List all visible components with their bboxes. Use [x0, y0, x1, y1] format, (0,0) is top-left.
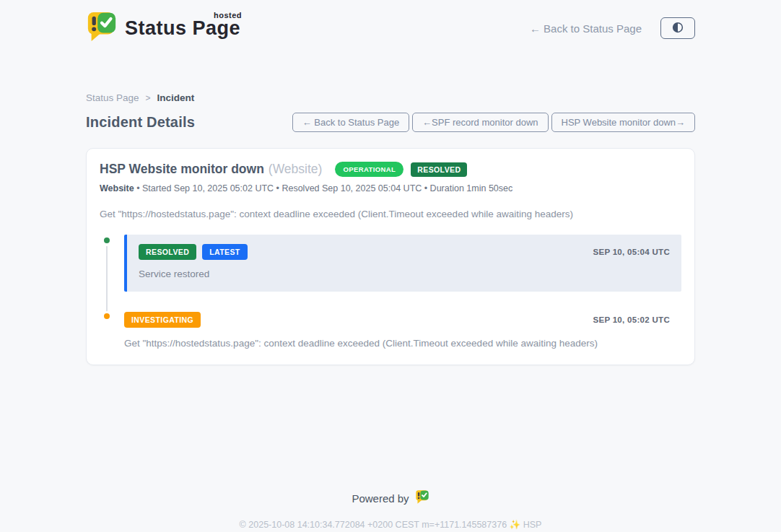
incident-card: HSP Website monitor down (Website) OPERA…: [86, 148, 695, 365]
incident-meta: Website • Started Sep 10, 2025 05:02 UTC…: [100, 183, 681, 193]
orange-status-dot-icon: [102, 311, 112, 321]
timeline-entry-investigating: INVESTIGATING SEP 10, 05:02 UTC Get "htt…: [100, 310, 681, 349]
incident-meta-details: • Started Sep 10, 2025 05:02 UTC • Resol…: [136, 183, 512, 193]
breadcrumb: Status Page > Incident: [66, 92, 715, 103]
prev-incident-button[interactable]: ←SPF record monitor down: [412, 113, 548, 132]
powered-by-label: Powered by: [352, 492, 409, 505]
header-back-to-status-page-link[interactable]: ← Back to Status Page: [530, 22, 642, 35]
incident-timeline: RESOLVED LATEST SEP 10, 05:04 UTC Servic…: [100, 235, 681, 349]
brand-name: Status Page hosted: [125, 17, 240, 40]
timeline-message: Service restored: [139, 269, 670, 279]
half-circle-contrast-icon: [671, 21, 684, 36]
timeline-entry-resolved-box: RESOLVED LATEST SEP 10, 05:04 UTC Servic…: [124, 235, 681, 292]
incident-meta-component: Website: [100, 183, 134, 193]
timeline-dot-column: [100, 235, 114, 292]
breadcrumb-incident: Incident: [157, 92, 195, 103]
page-footer: Powered by © 2025-10-08 14:10:34.772084 …: [0, 489, 781, 530]
page-title: Incident Details: [86, 114, 195, 131]
incident-nav-buttons: ← Back to Status Page ←SPF record monito…: [292, 113, 695, 132]
breadcrumb-separator: >: [146, 93, 151, 103]
timeline-message: Get "https://hostedstatus.page": context…: [124, 338, 670, 349]
top-bar-actions: ← Back to Status Page: [530, 17, 695, 39]
status-page-logo-small-icon: [415, 489, 429, 507]
copyright-text: © 2025-10-08 14:10:34.772084 +0200 CEST …: [0, 519, 781, 530]
brand-logo[interactable]: Status Page hosted: [86, 10, 240, 46]
incident-title: HSP Website monitor down: [100, 162, 264, 177]
next-incident-button[interactable]: HSP Website monitor down→: [551, 113, 695, 132]
timeline-entry-investigating-body: INVESTIGATING SEP 10, 05:02 UTC Get "htt…: [124, 310, 681, 349]
incident-description: Get "https://hostedstatus.page": context…: [100, 209, 681, 219]
resolved-status-badge: RESOLVED: [411, 162, 467, 177]
timeline-entry-resolved: RESOLVED LATEST SEP 10, 05:04 UTC Servic…: [100, 235, 681, 292]
resolved-badge: RESOLVED: [139, 244, 196, 260]
brand-superscript: hosted: [214, 11, 242, 19]
title-row: Incident Details ← Back to Status Page ←…: [66, 113, 715, 132]
incident-card-header: HSP Website monitor down (Website) OPERA…: [100, 162, 681, 177]
operational-status-badge: OPERATIONAL: [335, 162, 403, 177]
timeline-badges: RESOLVED LATEST: [139, 244, 248, 260]
top-bar: Status Page hosted ← Back to Status Page: [66, 0, 715, 46]
investigating-badge: INVESTIGATING: [124, 312, 201, 328]
timeline-badges: INVESTIGATING: [124, 312, 201, 328]
powered-by-link[interactable]: Powered by: [352, 489, 429, 507]
status-page-logo-icon: [86, 10, 118, 46]
theme-toggle-button[interactable]: [660, 17, 695, 39]
timeline-timestamp: SEP 10, 05:04 UTC: [593, 248, 670, 256]
incident-component: (Website): [269, 162, 323, 177]
back-to-status-page-button[interactable]: ← Back to Status Page: [292, 113, 409, 132]
timeline-dot-column: [100, 310, 114, 349]
timeline-timestamp: SEP 10, 05:02 UTC: [593, 315, 670, 324]
breadcrumb-status-page[interactable]: Status Page: [86, 92, 139, 103]
latest-badge: LATEST: [202, 244, 247, 260]
green-status-dot-icon: [102, 235, 112, 245]
